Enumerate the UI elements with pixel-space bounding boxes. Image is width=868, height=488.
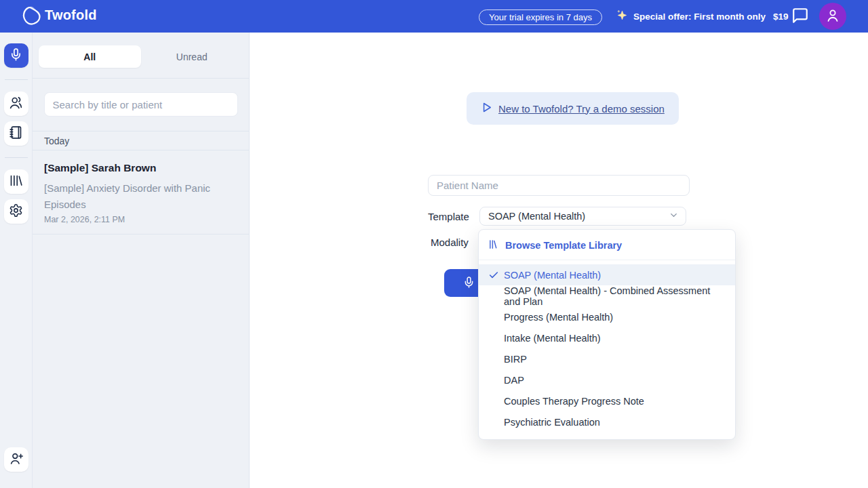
- app-name: Twofold: [45, 7, 97, 23]
- dropdown-option-label: Progress (Mental Health): [504, 312, 613, 323]
- notebook-icon: [9, 125, 23, 142]
- user-plus-icon: [9, 451, 24, 468]
- divider: [33, 78, 249, 79]
- patient-name-input[interactable]: [428, 175, 690, 196]
- modality-label: Modality: [431, 237, 469, 248]
- dropdown-option-label: Couples Therapy Progress Note: [504, 396, 644, 407]
- special-offer-banner[interactable]: Special offer: First month only$19: [616, 8, 789, 24]
- microphone-icon: [9, 47, 23, 64]
- play-icon: [481, 102, 492, 115]
- session-filter-tabs: All Unread: [39, 45, 243, 68]
- user-icon: [825, 7, 841, 26]
- rail-item-notes[interactable]: [4, 121, 28, 146]
- sparkles-icon: [616, 9, 629, 24]
- session-subtitle: [Sample] Anxiety Disorder with Panic Epi…: [44, 180, 237, 213]
- icon-rail: [0, 33, 33, 488]
- dropdown-option[interactable]: SOAP (Mental Health) - Combined Assessme…: [479, 285, 735, 306]
- dropdown-option[interactable]: BIRP: [479, 348, 735, 369]
- demo-session-link[interactable]: New to Twofold? Try a demo session: [467, 92, 679, 125]
- search-input[interactable]: [44, 92, 238, 117]
- microphone-icon: [462, 276, 475, 291]
- chevron-down-icon: [669, 210, 679, 222]
- dropdown-option-label: Intake (Mental Health): [504, 333, 601, 344]
- trial-expiry-badge[interactable]: Your trial expires in 7 days: [479, 9, 602, 25]
- rail-divider: [5, 157, 28, 158]
- dropdown-option[interactable]: DAP: [479, 369, 735, 390]
- dropdown-option[interactable]: Intake (Mental Health): [479, 327, 735, 348]
- demo-session-label: New to Twofold? Try a demo session: [498, 103, 665, 115]
- special-offer-price: $19: [773, 12, 789, 22]
- user-avatar[interactable]: [819, 3, 846, 30]
- template-select[interactable]: SOAP (Mental Health): [479, 207, 686, 226]
- dropdown-option-label: SOAP (Mental Health) - Combined Assessme…: [504, 285, 726, 307]
- dropdown-option[interactable]: SOAP (Mental Health): [479, 264, 735, 285]
- gear-icon: [9, 203, 23, 220]
- rail-item-settings[interactable]: [4, 199, 28, 224]
- template-select-value: SOAP (Mental Health): [488, 211, 585, 222]
- library-icon: [9, 174, 23, 190]
- browse-template-library-item[interactable]: Browse Template Library: [479, 235, 735, 256]
- message-square-icon: [791, 16, 809, 26]
- browse-template-library-label: Browse Template Library: [505, 240, 622, 251]
- app-header: Twofold Your trial expires in 7 days Spe…: [0, 0, 868, 33]
- chat-button[interactable]: [791, 7, 810, 26]
- section-header-today: Today: [33, 131, 249, 150]
- rail-item-sessions[interactable]: [4, 43, 28, 68]
- dropdown-option[interactable]: Couples Therapy Progress Note: [479, 390, 735, 411]
- tab-unread[interactable]: Unread: [141, 45, 243, 68]
- library-icon: [488, 239, 500, 252]
- session-title: [Sample] Sarah Brown: [44, 162, 237, 174]
- template-dropdown-menu: Browse Template Library SOAP (Mental Hea…: [478, 229, 736, 440]
- divider: [479, 260, 735, 260]
- tab-all[interactable]: All: [39, 45, 141, 68]
- main-content: New to Twofold? Try a demo session Templ…: [250, 33, 868, 488]
- rail-item-invite[interactable]: [4, 447, 28, 472]
- rail-item-template-library[interactable]: [4, 169, 28, 194]
- twofold-logo-icon: [19, 4, 43, 28]
- template-label: Template: [428, 211, 469, 222]
- special-offer-text: Special offer: First month only: [633, 12, 766, 22]
- session-date: Mar 2, 2026, 2:11 PM: [44, 215, 237, 224]
- rail-divider: [5, 79, 28, 80]
- session-list-item[interactable]: [Sample] Sarah Brown [Sample] Anxiety Di…: [33, 150, 249, 235]
- users-icon: [9, 96, 23, 112]
- dropdown-option-label: Psychiatric Evaluation: [504, 417, 600, 428]
- dropdown-option[interactable]: Progress (Mental Health): [479, 306, 735, 327]
- dropdown-option[interactable]: Psychiatric Evaluation: [479, 411, 735, 432]
- check-icon: [488, 270, 504, 281]
- rail-item-patients[interactable]: [4, 92, 28, 116]
- dropdown-option-label: BIRP: [504, 354, 527, 365]
- sessions-panel: All Unread Today [Sample] Sarah Brown [S…: [33, 33, 250, 488]
- dropdown-option-label: SOAP (Mental Health): [504, 270, 601, 281]
- dropdown-option-label: DAP: [504, 375, 524, 386]
